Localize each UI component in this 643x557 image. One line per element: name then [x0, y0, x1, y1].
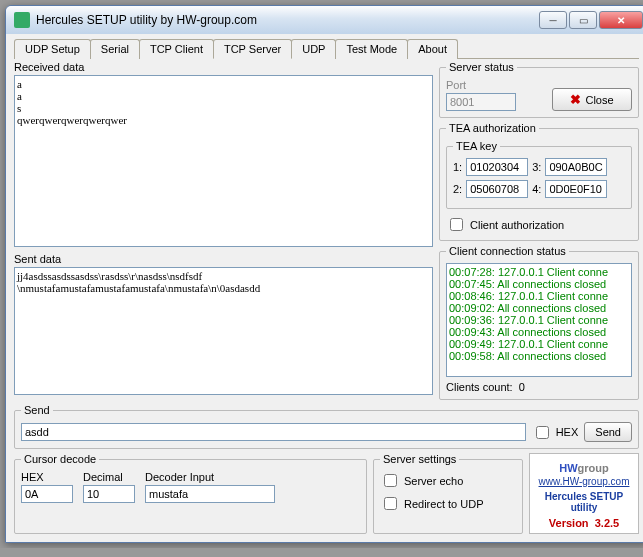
conn-log-row: 00:07:45: All connections closed [449, 278, 629, 290]
send-group: Send HEX Send [14, 404, 639, 449]
hw-url[interactable]: www.HW-group.com [534, 476, 634, 487]
tea-key-group: TEA key 1: 3: 2: 4: [446, 140, 632, 209]
window-title: Hercules SETUP utility by HW-group.com [36, 13, 539, 27]
send-legend: Send [21, 404, 53, 416]
conn-log-row: 00:08:46: 127.0.0.1 Client conne [449, 290, 629, 302]
maximize-button[interactable]: ▭ [569, 11, 597, 29]
tab-serial[interactable]: Serial [90, 39, 140, 59]
send-input[interactable] [21, 423, 526, 441]
port-input [446, 93, 516, 111]
cursor-decoder-input[interactable] [145, 485, 275, 503]
clients-count-value: 0 [519, 381, 525, 393]
hercules-window: Hercules SETUP utility by HW-group.com ─… [5, 5, 643, 543]
send-button[interactable]: Send [584, 422, 632, 442]
product-name: Hercules SETUP utility [534, 491, 634, 513]
conn-log-row: 00:09:43: All connections closed [449, 326, 629, 338]
conn-log-row: 00:09:49: 127.0.0.1 Client conne [449, 338, 629, 350]
minimize-button[interactable]: ─ [539, 11, 567, 29]
tab-about[interactable]: About [407, 39, 458, 59]
tab-strip: UDP SetupSerialTCP ClientTCP ServerUDPTe… [14, 38, 639, 59]
server-status-group: Server status Port ✖Close [439, 61, 639, 118]
redirect-udp-checkbox[interactable]: Redirect to UDP [380, 494, 516, 513]
logo-panel: HWgroup www.HW-group.com Hercules SETUP … [529, 453, 639, 534]
cursor-decode-legend: Cursor decode [21, 453, 99, 465]
tab-udp[interactable]: UDP [291, 39, 336, 59]
cursor-decode-group: Cursor decode HEX Decimal Decoder Input [14, 453, 367, 534]
tea-auth-group: TEA authorization TEA key 1: 3: 2: 4: Cl… [439, 122, 639, 241]
server-settings-legend: Server settings [380, 453, 459, 465]
conn-log-row: 00:09:58: All connections closed [449, 350, 629, 362]
connection-log[interactable]: 00:07:28: 127.0.0.1 Client conne00:07:45… [446, 263, 632, 377]
close-icon: ✖ [570, 92, 581, 107]
cursor-hex-input[interactable] [21, 485, 73, 503]
received-data-textarea[interactable] [14, 75, 433, 247]
sent-data-textarea[interactable] [14, 267, 433, 395]
conn-log-row: 00:07:28: 127.0.0.1 Client conne [449, 266, 629, 278]
tea-key-2[interactable] [466, 180, 528, 198]
version-label: Version 3.2.5 [534, 517, 634, 529]
tea-auth-legend: TEA authorization [446, 122, 539, 134]
conn-log-row: 00:09:02: All connections closed [449, 302, 629, 314]
received-label: Received data [14, 61, 433, 73]
tea-key-legend: TEA key [453, 140, 500, 152]
tea-key-3[interactable] [545, 158, 607, 176]
client-conn-group: Client connection status 00:07:28: 127.0… [439, 245, 639, 400]
cursor-dec-input[interactable] [83, 485, 135, 503]
client-conn-legend: Client connection status [446, 245, 569, 257]
sent-label: Sent data [14, 253, 433, 265]
tab-tcp-client[interactable]: TCP Client [139, 39, 214, 59]
tab-tcp-server[interactable]: TCP Server [213, 39, 292, 59]
close-server-button[interactable]: ✖Close [552, 88, 632, 111]
server-echo-checkbox[interactable]: Server echo [380, 471, 516, 490]
app-icon [14, 12, 30, 28]
tea-key-1[interactable] [466, 158, 528, 176]
titlebar[interactable]: Hercules SETUP utility by HW-group.com ─… [6, 6, 643, 34]
conn-log-row: 00:09:36: 127.0.0.1 Client conne [449, 314, 629, 326]
client-auth-checkbox[interactable]: Client authorization [446, 215, 632, 234]
port-label: Port [446, 79, 544, 91]
server-settings-group: Server settings Server echo Redirect to … [373, 453, 523, 534]
server-status-legend: Server status [446, 61, 517, 73]
hw-logo: HWgroup [534, 458, 634, 476]
hex-checkbox[interactable]: HEX [532, 423, 579, 442]
tea-key-4[interactable] [545, 180, 607, 198]
window-close-button[interactable]: ✕ [599, 11, 643, 29]
tab-test-mode[interactable]: Test Mode [335, 39, 408, 59]
tab-udp-setup[interactable]: UDP Setup [14, 39, 91, 59]
